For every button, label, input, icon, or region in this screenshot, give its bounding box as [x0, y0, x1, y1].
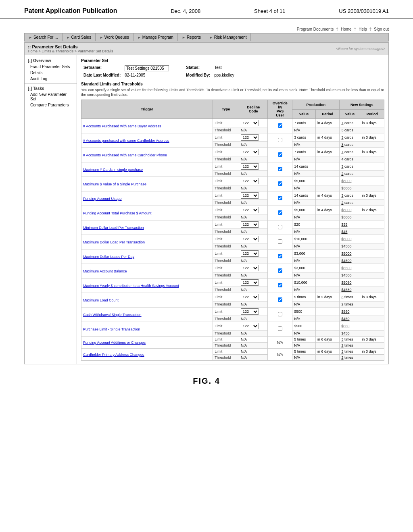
prod-limit-period: in 6 days: [315, 337, 340, 343]
decline-code-limit: 122: [239, 293, 268, 301]
decline-code-select[interactable]: 122: [241, 178, 259, 184]
trigger-link[interactable]: Funding Account Total Purchase $ Amount: [83, 211, 151, 215]
nav-manage-program[interactable]: ► Manage Program: [133, 33, 178, 41]
override-checkbox[interactable]: [278, 268, 282, 273]
decline-code-select[interactable]: 122: [241, 250, 259, 257]
decline-code-select[interactable]: 122: [241, 192, 259, 199]
decline-code-select[interactable]: 122: [241, 308, 259, 315]
nav-risk-management[interactable]: ► Risk Management: [205, 33, 251, 41]
setname-input[interactable]: [125, 65, 169, 71]
override-checkbox[interactable]: [278, 239, 282, 244]
topnav-home[interactable]: Home: [341, 27, 352, 31]
trigger-link[interactable]: Minimum Dollar Load Per Transaction: [83, 226, 144, 230]
topnav-program-documents[interactable]: Program Documents: [297, 27, 334, 31]
decline-code-thresh: N/A: [239, 258, 268, 264]
trigger-link[interactable]: Cash Withdrawal Single Transaction: [83, 313, 142, 317]
new-limit-value: $5500: [340, 264, 360, 272]
new-limit-period: [360, 308, 384, 316]
trigger-link[interactable]: Maximum Dollar Loads Per Day: [83, 255, 134, 259]
sidebar-item-fraud-parameter-sets[interactable]: Fraud Parameter Sets: [25, 64, 77, 70]
override-checkbox[interactable]: [278, 152, 282, 157]
topnav-signout[interactable]: Sign out: [374, 27, 389, 31]
type-limit: Limit: [213, 133, 239, 142]
nav-card-sales[interactable]: ► Card Sales: [63, 33, 96, 41]
note-text: You can specify a single set of values f…: [81, 88, 384, 97]
override-cell: [268, 162, 292, 177]
new-thresh-period: [360, 243, 384, 249]
sidebar-section-tasks[interactable]: [-] Tasks: [25, 85, 77, 91]
trigger-link[interactable]: Maximum Account Balance: [83, 269, 127, 273]
trigger-link[interactable]: Cardholder Primary Address Changes: [83, 353, 144, 357]
trigger-cell: Purchase Limit - Single Transaction: [81, 322, 213, 337]
override-checkbox[interactable]: [278, 283, 282, 287]
table-row: # Accounts purchased with same Cardholde…: [81, 133, 384, 142]
decline-code-select[interactable]: 122: [241, 163, 259, 170]
nav-reports[interactable]: ► Reports: [178, 33, 205, 41]
decline-code-select[interactable]: 122: [241, 134, 259, 141]
decline-code-select[interactable]: 122: [241, 120, 259, 126]
decline-code-select[interactable]: 122: [241, 323, 259, 329]
param-info: Parameter Set Setname: Status: Test: [81, 58, 384, 79]
decline-code-select[interactable]: 122: [241, 265, 259, 271]
sidebar-item-audit-log[interactable]: Audit Log: [25, 76, 77, 82]
new-limit-period: [360, 220, 384, 229]
decline-code-thresh: N/A: [239, 214, 268, 220]
sidebar-item-add-new-parameter-set[interactable]: Add New Parameter Set: [25, 91, 77, 102]
prod-thresh-period: [315, 272, 340, 278]
trigger-link[interactable]: Funding Account Usage: [83, 197, 122, 201]
prod-limit-value: $10,000: [292, 278, 316, 287]
new-limit-period: [360, 278, 384, 287]
override-checkbox[interactable]: [278, 196, 282, 200]
override-checkbox[interactable]: [278, 312, 282, 316]
modified-value: pps.kkelley: [213, 73, 236, 78]
override-checkbox[interactable]: [278, 138, 282, 142]
override-checkbox[interactable]: [278, 210, 282, 215]
sidebar-item-details[interactable]: Details: [25, 70, 77, 76]
prod-thresh-value: N/A: [292, 355, 316, 361]
trigger-link[interactable]: # Accounts Purchased with same Cardholde…: [83, 153, 167, 157]
override-checkbox[interactable]: [278, 123, 282, 128]
decline-code-select[interactable]: 122: [241, 279, 259, 286]
trigger-link[interactable]: Maximum $ Value of a Single Purchase: [83, 182, 146, 186]
type-threshold: Threshold: [213, 272, 239, 278]
trigger-link[interactable]: Funding Account Additions or Changes: [83, 341, 146, 345]
type-limit: Limit: [213, 337, 239, 343]
decline-code-select[interactable]: 122: [241, 207, 259, 213]
decline-code-select[interactable]: 122: [241, 149, 259, 155]
decline-code-select[interactable]: 122: [241, 221, 259, 228]
topnav-help[interactable]: Help: [359, 27, 367, 31]
decline-code-select[interactable]: 122: [241, 294, 259, 300]
override-checkbox[interactable]: [278, 297, 282, 302]
type-threshold: Threshold: [213, 287, 239, 293]
override-checkbox[interactable]: [278, 167, 282, 171]
trigger-link[interactable]: Maximum Yearly $ contribution to a Healt…: [83, 284, 179, 288]
new-limit-period: in 3 days: [360, 337, 384, 343]
sidebar-section-overview[interactable]: [-] Overview: [25, 58, 77, 64]
nav-search[interactable]: ► Search For ...: [25, 33, 63, 41]
prod-limit-period: in 4 days: [315, 191, 340, 200]
new-limit-period: in 3 days: [360, 133, 384, 142]
sidebar-item-compare-parameters[interactable]: Compare Parameters: [25, 102, 77, 108]
nav-work-queues[interactable]: ► Work Queues: [96, 33, 133, 41]
new-thresh-period: [360, 355, 384, 361]
trigger-link[interactable]: Maximum Load Count: [83, 298, 119, 302]
override-checkbox[interactable]: [278, 254, 282, 258]
prod-thresh-value: N/A: [292, 142, 316, 148]
override-checkbox[interactable]: [278, 326, 282, 331]
decline-code-select[interactable]: 122: [241, 236, 259, 242]
decline-code-limit: 122: [239, 191, 268, 200]
patent-number: US 2008/0301019 A1: [339, 8, 389, 14]
trigger-link[interactable]: Maximum Dollar Load Per Transaction: [83, 240, 145, 244]
override-checkbox[interactable]: [278, 225, 282, 229]
trigger-link[interactable]: # Accounts purchased with same Cardholde…: [83, 139, 169, 143]
type-threshold: Threshold: [213, 330, 239, 337]
override-checkbox[interactable]: [278, 181, 282, 186]
trigger-link[interactable]: Purchase Limit - Single Transaction: [83, 327, 140, 331]
new-limit-value: $5000: [340, 235, 360, 243]
trigger-link[interactable]: # Accounts Purchased with same Buyer Add…: [83, 124, 161, 128]
table-row: Maximum Yearly $ contribution to a Healt…: [81, 278, 384, 287]
table-row: Maximum Dollar Load Per Transaction Limi…: [81, 235, 384, 243]
type-threshold: Threshold: [213, 229, 239, 235]
table-row: # Accounts Purchased with same Buyer Add…: [81, 119, 384, 127]
trigger-link[interactable]: Maximum # Cards in single purchase: [83, 168, 143, 172]
